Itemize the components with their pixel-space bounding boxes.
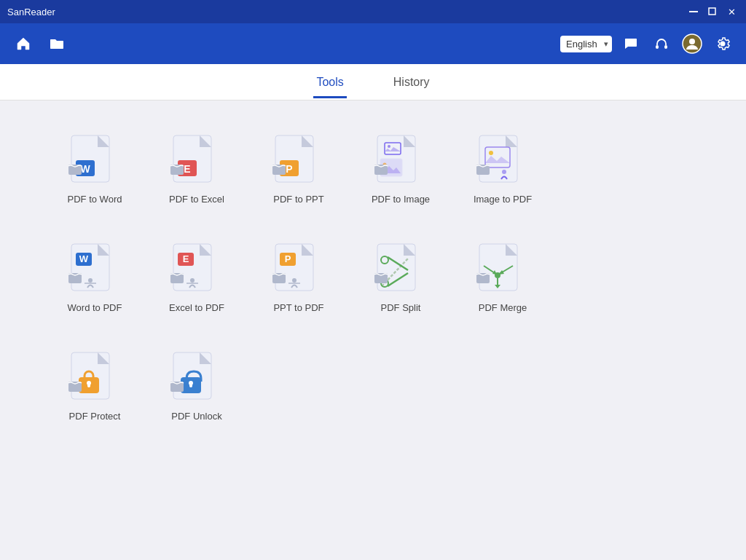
tool-excel-to-pdf-label: Excel to PDF bbox=[169, 302, 224, 313]
svg-rect-29 bbox=[476, 165, 490, 175]
ppt-to-pdf-icon: P bbox=[272, 242, 325, 302]
restore-button[interactable] bbox=[705, 4, 720, 19]
svg-text:W: W bbox=[79, 253, 89, 264]
svg-rect-54 bbox=[374, 273, 388, 283]
tool-ppt-to-pdf-label: PPT to PDF bbox=[273, 302, 323, 313]
tool-pdf-protect-label: PDF Protect bbox=[69, 411, 121, 422]
tool-pdf-to-excel[interactable]: E PDF to Excel bbox=[146, 122, 248, 216]
svg-point-45 bbox=[292, 278, 297, 283]
titlebar: SanReader ✕ bbox=[0, 0, 746, 23]
svg-point-33 bbox=[88, 278, 93, 283]
tool-pdf-to-ppt[interactable]: P PDF to PPT bbox=[248, 122, 350, 216]
minimize-button[interactable] bbox=[686, 4, 701, 19]
app-title: SanReader bbox=[7, 7, 55, 17]
svg-point-60 bbox=[495, 272, 500, 278]
tools-grid: W PDF to Word E PDF to Excel bbox=[44, 122, 702, 433]
svg-rect-74 bbox=[170, 382, 184, 392]
tool-pdf-merge-label: PDF Merge bbox=[479, 302, 527, 313]
settings-button[interactable] bbox=[711, 32, 734, 55]
tool-pdf-merge[interactable]: PDF Merge bbox=[452, 231, 554, 325]
tool-pdf-to-word[interactable]: W PDF to Word bbox=[44, 122, 146, 216]
svg-rect-18 bbox=[272, 165, 286, 175]
tools-row-1: W PDF to Word E PDF to Excel bbox=[44, 122, 702, 216]
language-selector[interactable]: English 中文 bbox=[560, 36, 612, 52]
window-controls: ✕ bbox=[686, 4, 739, 19]
tabs-bar: Tools History bbox=[0, 64, 746, 100]
tool-image-to-pdf-label: Image to PDF bbox=[474, 194, 532, 205]
language-select[interactable]: English 中文 bbox=[560, 36, 612, 52]
word-to-pdf-icon: W bbox=[68, 242, 121, 302]
tool-pdf-unlock-label: PDF Unlock bbox=[171, 411, 221, 422]
tool-pdf-to-excel-label: PDF to Excel bbox=[169, 194, 224, 205]
pdf-to-ppt-icon: P bbox=[272, 134, 325, 194]
pdf-protect-icon bbox=[68, 351, 121, 411]
svg-rect-10 bbox=[68, 165, 82, 175]
svg-rect-2 bbox=[656, 45, 659, 49]
svg-text:E: E bbox=[184, 163, 190, 175]
pdf-split-icon bbox=[374, 242, 427, 302]
pdf-to-word-icon: W bbox=[68, 134, 121, 194]
tools-row-3: PDF Protect PDF Unlock bbox=[44, 339, 702, 433]
close-button[interactable]: ✕ bbox=[724, 4, 739, 19]
excel-to-pdf-icon: E bbox=[170, 242, 223, 302]
tool-ppt-to-pdf[interactable]: P PPT to PDF bbox=[248, 231, 350, 325]
folder-button[interactable] bbox=[45, 32, 68, 55]
tool-pdf-to-image-label: PDF to Image bbox=[372, 194, 430, 205]
image-to-pdf-icon bbox=[476, 134, 529, 194]
svg-text:E: E bbox=[183, 253, 189, 264]
tool-excel-to-pdf[interactable]: E Excel to PDF bbox=[146, 231, 248, 325]
tool-pdf-split[interactable]: PDF Split bbox=[350, 231, 452, 325]
svg-rect-3 bbox=[664, 45, 667, 49]
svg-rect-0 bbox=[689, 11, 698, 12]
tool-pdf-unlock[interactable]: PDF Unlock bbox=[146, 339, 248, 433]
tool-word-to-pdf[interactable]: W Word to PDF bbox=[44, 231, 146, 325]
tool-pdf-protect[interactable]: PDF Protect bbox=[44, 339, 146, 433]
tool-pdf-split-label: PDF Split bbox=[381, 302, 421, 313]
svg-rect-14 bbox=[170, 165, 184, 175]
svg-text:W: W bbox=[80, 163, 90, 175]
svg-text:P: P bbox=[285, 253, 291, 264]
tab-tools[interactable]: Tools bbox=[313, 66, 346, 98]
svg-point-68 bbox=[87, 381, 91, 385]
content-area: W PDF to Word E PDF to Excel bbox=[0, 100, 746, 560]
svg-point-39 bbox=[190, 278, 195, 283]
tab-history[interactable]: History bbox=[390, 66, 433, 98]
svg-point-5 bbox=[689, 39, 695, 44]
headphone-button[interactable] bbox=[650, 32, 673, 55]
avatar-button[interactable] bbox=[680, 32, 704, 55]
tool-pdf-to-word-label: PDF to Word bbox=[68, 194, 122, 205]
svg-rect-63 bbox=[476, 273, 490, 283]
svg-point-73 bbox=[189, 381, 193, 385]
pdf-merge-icon bbox=[476, 242, 529, 302]
tool-image-to-pdf[interactable]: Image to PDF bbox=[452, 122, 554, 216]
tool-pdf-to-image[interactable]: PDF to Image bbox=[350, 122, 452, 216]
svg-rect-24 bbox=[374, 165, 388, 175]
tool-word-to-pdf-label: Word to PDF bbox=[68, 302, 122, 313]
svg-point-6 bbox=[721, 42, 725, 46]
home-button[interactable] bbox=[12, 32, 35, 55]
tools-row-2: W Word to PDF E bbox=[44, 231, 702, 325]
message-button[interactable] bbox=[619, 32, 643, 55]
toolbar-right: English 中文 bbox=[560, 32, 734, 55]
svg-text:P: P bbox=[286, 163, 292, 175]
svg-rect-1 bbox=[709, 8, 715, 15]
toolbar-left bbox=[12, 32, 68, 55]
svg-point-27 bbox=[489, 151, 493, 155]
svg-point-21 bbox=[388, 145, 390, 148]
svg-rect-69 bbox=[68, 382, 82, 392]
pdf-to-excel-icon: E bbox=[170, 134, 223, 194]
pdf-to-image-icon bbox=[374, 134, 427, 194]
svg-rect-47 bbox=[272, 273, 286, 283]
tool-pdf-to-ppt-label: PDF to PPT bbox=[273, 194, 323, 205]
svg-rect-41 bbox=[170, 273, 184, 283]
toolbar: English 中文 bbox=[0, 23, 746, 64]
svg-rect-35 bbox=[68, 273, 82, 283]
pdf-unlock-icon bbox=[170, 351, 223, 411]
svg-point-28 bbox=[502, 170, 506, 174]
